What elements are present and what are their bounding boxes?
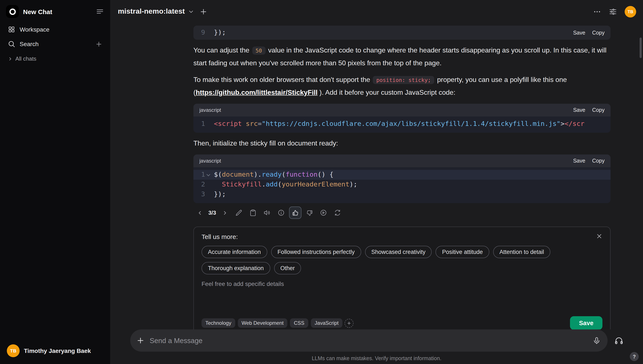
next-response-button[interactable] xyxy=(219,206,231,219)
feedback-option-pill[interactable]: Showcased creativity xyxy=(365,246,432,258)
feedback-close-button[interactable] xyxy=(596,233,602,240)
code-language-label: javascript xyxy=(199,158,221,164)
code-copy-button[interactable]: Copy xyxy=(592,107,604,113)
new-chat-button[interactable] xyxy=(199,8,208,16)
feedback-tag[interactable]: CSS xyxy=(290,318,308,328)
attach-button[interactable] xyxy=(136,336,145,345)
feedback-option-pill[interactable]: Followed instructions perfectly xyxy=(271,246,361,258)
line-number: 1 xyxy=(193,170,214,180)
user-menu[interactable]: TB Timothy Jaeryang Baek xyxy=(4,341,106,360)
inline-code: position: sticky; xyxy=(373,76,434,84)
feedback-option-pill[interactable]: Accurate information xyxy=(202,246,267,258)
code-language-label: javascript xyxy=(199,107,221,113)
all-chats-label: All chats xyxy=(15,56,36,62)
sidebar-toggle-button[interactable] xyxy=(96,7,104,16)
workspace-icon xyxy=(8,26,15,33)
continue-response-button[interactable] xyxy=(317,206,330,219)
feedback-option-pill[interactable]: Attention to detail xyxy=(493,246,550,258)
scrollbar-thumb[interactable] xyxy=(639,38,642,58)
code-line: 1$(document).ready(function() { xyxy=(193,170,610,180)
voice-input-button[interactable] xyxy=(592,336,600,344)
line-number: 9 xyxy=(193,28,214,38)
sliders-icon xyxy=(609,8,617,16)
speaker-icon xyxy=(263,209,271,216)
voice-call-button[interactable] xyxy=(614,336,623,345)
play-circle-icon xyxy=(320,209,327,216)
feedback-tag[interactable]: Web Development xyxy=(238,318,287,328)
code-content: 9}); xyxy=(193,26,610,40)
code-save-button[interactable]: Save xyxy=(573,30,585,36)
assistant-paragraph: You can adjust the 50 value in the JavaS… xyxy=(193,44,610,69)
inline-code: 50 xyxy=(252,46,265,54)
chevron-right-icon xyxy=(8,56,13,61)
model-name: mistral-nemo:latest xyxy=(118,7,185,16)
chat-controls-button[interactable] xyxy=(609,8,617,16)
profile-avatar[interactable]: TB xyxy=(625,6,636,17)
menu-lines-icon xyxy=(96,7,104,16)
feedback-tag[interactable]: Technology xyxy=(202,318,235,328)
new-chat-title[interactable]: New Chat xyxy=(23,8,52,15)
plus-icon xyxy=(199,8,208,16)
feedback-option-pill[interactable]: Positive attitude xyxy=(436,246,489,258)
pencil-icon xyxy=(235,209,243,216)
model-selector[interactable]: mistral-nemo:latest xyxy=(118,7,194,16)
sidebar-item-all-chats[interactable]: All chats xyxy=(4,51,106,66)
feedback-card: Tell us more: Accurate informationFollow… xyxy=(193,226,610,330)
user-name: Timothy Jaeryang Baek xyxy=(24,347,91,354)
thumbs-down-button[interactable] xyxy=(303,206,316,219)
feedback-details-input[interactable] xyxy=(202,280,602,313)
thumbs-up-button[interactable] xyxy=(289,206,301,219)
assistant-paragraph: Then, initialize the sticky fill on docu… xyxy=(193,137,610,149)
feedback-save-button[interactable]: Save xyxy=(570,316,602,330)
code-fold-icon[interactable] xyxy=(207,172,210,176)
microphone-icon xyxy=(592,336,600,344)
user-avatar: TB xyxy=(7,344,20,357)
code-save-button[interactable]: Save xyxy=(573,158,585,164)
paragraph-text: To make this work on older browsers that… xyxy=(193,76,372,83)
paragraph-text: You can adjust the xyxy=(193,46,251,54)
feedback-tag[interactable]: JavaScript xyxy=(311,318,342,328)
edit-button[interactable] xyxy=(233,206,245,219)
code-block: javascript Save Copy 1$(document).ready(… xyxy=(193,154,610,203)
copy-button[interactable] xyxy=(247,206,259,219)
code-block-partial: 9}); Save Copy xyxy=(193,26,610,40)
code-line: 1<script src="https://cdnjs.cloudflare.c… xyxy=(193,119,610,129)
more-options-button[interactable] xyxy=(593,8,601,16)
help-button[interactable]: ? xyxy=(630,352,639,361)
thumbs-down-icon xyxy=(306,209,313,216)
regenerate-button[interactable] xyxy=(331,206,344,219)
search-icon xyxy=(8,40,15,48)
code-copy-button[interactable]: Copy xyxy=(592,30,604,36)
composer-area: LLMs can make mistakes. Verify important… xyxy=(110,330,643,364)
message-input[interactable] xyxy=(150,336,592,344)
chat-scroll-area[interactable]: 9}); Save Copy You can adjust the 50 val… xyxy=(110,23,643,330)
code-save-button[interactable]: Save xyxy=(573,107,585,113)
prev-response-button[interactable] xyxy=(193,206,206,219)
chevron-right-icon xyxy=(222,210,228,216)
new-folder-button[interactable] xyxy=(95,40,103,48)
message-toolbar: 3/3 xyxy=(193,206,610,219)
sidebar-item-workspace[interactable]: Workspace xyxy=(4,22,106,37)
paragraph-text: ). Add it before your custom JavaScript … xyxy=(317,89,455,96)
app-logo-icon xyxy=(6,5,19,18)
feedback-option-pill[interactable]: Other xyxy=(274,262,301,274)
code-copy-button[interactable]: Copy xyxy=(592,158,604,164)
info-button[interactable] xyxy=(275,206,287,219)
polyfill-link[interactable]: https://github.com/littlestair/StickyFil… xyxy=(196,89,318,96)
close-icon xyxy=(596,233,602,240)
code-content: 1<script src="https://cdnjs.cloudflare.c… xyxy=(193,116,610,133)
feedback-options: Accurate informationFollowed instruction… xyxy=(202,246,594,274)
chevron-left-icon xyxy=(197,210,203,216)
ellipsis-icon xyxy=(593,8,601,16)
line-number: 2 xyxy=(193,180,214,190)
feedback-option-pill[interactable]: Thorough explanation xyxy=(202,262,270,274)
message-composer[interactable] xyxy=(130,330,607,352)
sidebar-item-search[interactable]: Search xyxy=(4,37,106,51)
add-tag-button[interactable] xyxy=(345,318,354,328)
read-aloud-button[interactable] xyxy=(261,206,273,219)
assistant-paragraph: To make this work on older browsers that… xyxy=(193,74,610,98)
info-icon xyxy=(278,209,285,216)
sidebar: New Chat Workspace Search xyxy=(0,0,110,364)
chevron-down-icon xyxy=(188,8,194,15)
workspace-label: Workspace xyxy=(20,26,50,33)
